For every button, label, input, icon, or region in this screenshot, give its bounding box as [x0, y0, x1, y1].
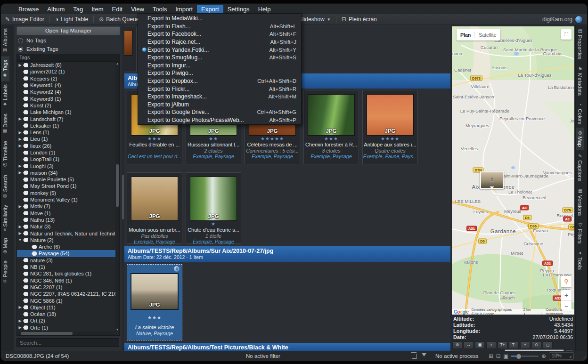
tag-tree-item[interactable]: Keyword2 (4) [17, 89, 115, 95]
export-menu-item[interactable]: Export to MediaWiki... [138, 15, 301, 23]
tag-tree-item[interactable]: ▶ Lieu (1) [17, 136, 115, 142]
export-menu-item[interactable]: Export to Yandex.Fotki... Alt+Shift+Y [138, 46, 301, 54]
tag-tree-item[interactable]: Leksaker (1) [17, 122, 115, 129]
scrollbar-handle[interactable] [116, 164, 119, 207]
existing-tags-radio[interactable]: Existing Tags [18, 46, 58, 52]
map-fullscreen-button[interactable]: ⛶ [561, 29, 572, 40]
thumbnail-card[interactable]: JPG ★★★★ Antilope aux sabres i... Quatre… [362, 90, 418, 164]
tag-tree-item[interactable]: Lake Michigan (1) [17, 109, 115, 115]
zoom-slider[interactable] [511, 356, 539, 357]
no-tags-radio[interactable]: No Tags [18, 37, 46, 44]
menubar-item[interactable]: Edit [107, 5, 126, 14]
tag-tree-item[interactable]: Kunst (2) [17, 102, 115, 109]
tag-tree-item[interactable]: NGC 5866 (1) [17, 297, 115, 304]
expander-arrow-icon[interactable]: ▶ [18, 170, 22, 175]
thumbnail-card[interactable]: JPG Mouton sous un arbr... Pas détoiles … [127, 172, 182, 244]
menubar-item[interactable]: View [127, 5, 148, 14]
map-satellite-button[interactable]: Satellite [475, 32, 500, 38]
zoom-percent-combo[interactable]: 10% ▼ [549, 352, 574, 360]
tag-tree-item[interactable]: Arche (6) [17, 243, 115, 250]
export-menu-item[interactable]: Export to Dropbox... Ctrl+Alt+Shift+D [138, 77, 301, 85]
export-menu-item[interactable]: Export to Piwigo... [138, 69, 301, 77]
tag-tree-item[interactable]: ▶ lieux (26) [17, 143, 115, 149]
left-sidebar-tab[interactable]: ◷ Timeline [1, 138, 9, 171]
right-sidebar-tab[interactable]: ✦ Tools [576, 247, 584, 273]
menubar-item[interactable]: Tag [69, 5, 87, 14]
tag-tree-item[interactable]: ▶ Lens (1) [17, 129, 115, 136]
expander-arrow-icon[interactable]: ▶ [18, 130, 22, 135]
left-sidebar-tab[interactable]: ★ Labels [1, 81, 9, 110]
thumbnail-card[interactable]: JPG ★ Chute d'eau fleurie s... 1 étoile … [186, 172, 241, 244]
map-view[interactable]: Cabrières-d'AiguesCucuronSaint-Martin-de… [452, 26, 574, 315]
resize-grip[interactable] [581, 355, 586, 360]
map-tool-button[interactable]: T- [509, 341, 519, 349]
tag-tree-item[interactable]: nature (3) [17, 257, 115, 264]
left-sidebar-tab[interactable]: ▦ Dates [1, 110, 9, 138]
tag-tree-item[interactable]: NGC 281, bok globules (1) [17, 270, 115, 277]
expander-arrow-icon[interactable]: ▶ [18, 231, 22, 235]
tag-tree-item[interactable]: Nathu (13) [17, 217, 115, 223]
tag-tree-item[interactable]: monkey (5) [17, 190, 115, 196]
map-terms-link[interactable]: Conditions d'utilisation [546, 307, 572, 315]
export-menu-item[interactable]: Export to Google Drive... Ctrl+Alt+Shift… [138, 108, 301, 116]
left-sidebar-tab[interactable]: ⊕ Map [1, 235, 9, 257]
tag-tree-item[interactable]: janvier2012 (1) [17, 68, 115, 75]
map-plan-button[interactable]: Plan [457, 32, 475, 38]
tag-tree-item[interactable]: Keyword3 (1) [17, 95, 115, 102]
tag-tree-item[interactable]: ▶ Landschaft (7) [17, 115, 115, 122]
tag-tree-item[interactable]: NGC 346, N66 (1) [17, 277, 115, 284]
zoom-expand-icon[interactable]: ⊕ [541, 353, 546, 359]
tag-tree-item[interactable]: Mamie Paulette (5) [17, 176, 115, 183]
tag-tree-item[interactable]: Monument Valley (1) [17, 196, 115, 203]
tags-horizontal-scrollbar[interactable] [17, 332, 115, 335]
tag-tree-item[interactable]: London (1) [17, 149, 115, 156]
export-menu-item[interactable]: Export to Imageshack... Alt+Shift+M [138, 93, 301, 101]
menubar-item[interactable]: Browse [14, 5, 43, 14]
open-tag-manager-button[interactable]: Open Tag Manager [16, 26, 120, 35]
right-sidebar-tab[interactable]: ◔ Colors [576, 99, 584, 128]
tag-tree-item[interactable]: ▶ Natur und Technik, Natur und Technil [17, 230, 115, 236]
tag-tree-item[interactable]: Keepers (2) [17, 75, 115, 82]
expander-arrow-icon[interactable]: ▶ [18, 319, 22, 323]
export-menu-item[interactable]: Export to Google Photos/PicasaWeb... Alt… [138, 116, 301, 124]
filter-funnel-icon[interactable] [422, 353, 426, 359]
menubar-item[interactable]: Import [171, 5, 197, 14]
tag-tree-item[interactable]: Move (1) [17, 210, 115, 217]
thumbnail-card-partial[interactable]: Bryc Bl [124, 27, 137, 72]
left-sidebar-tab[interactable]: ◎ Search [1, 171, 9, 202]
export-menu-item[interactable]: Export to Imgur... [138, 62, 301, 70]
right-sidebar-tab[interactable]: ▤ Properties [576, 25, 584, 63]
zoom-fit-icon[interactable]: ⊡ [496, 353, 501, 359]
fullscreen-button[interactable]: ⊡ Plein écran [337, 14, 381, 24]
tag-tree-item[interactable]: ▶ Ort (2) [17, 317, 115, 324]
pegman-control[interactable]: ⚲ [561, 276, 572, 287]
tag-tree-item[interactable]: ▶ Natur (3) [17, 223, 115, 230]
export-menu-item[interactable]: Export to Rajce.net... Alt+Shift+J [138, 38, 301, 46]
slider-knob[interactable] [516, 354, 522, 359]
expander-arrow-icon[interactable]: ▶ [18, 63, 22, 67]
left-sidebar-tab[interactable]: ≈ Similarity [1, 202, 9, 234]
menubar-item[interactable]: Tools [148, 5, 171, 14]
left-sidebar-tab[interactable]: ▤ Albums [1, 25, 9, 57]
zoom-100-icon[interactable]: ▣ [503, 353, 508, 359]
left-sidebar-tab[interactable]: ☺ People [1, 257, 9, 287]
export-menu-item[interactable]: Export to Facebook... Alt+Shift+F [138, 30, 301, 38]
tag-tree-item[interactable]: ▶ maison (34) [17, 170, 115, 176]
thumbnail-card-selected[interactable]: ⊕ JPG ★★★ La sainte victoire Nature, Pay… [127, 264, 182, 340]
expander-arrow-icon[interactable]: ▼ [18, 238, 22, 242]
zoom-in-button[interactable]: + [561, 290, 572, 301]
tag-tree-item[interactable]: Keyword1 (4) [17, 82, 115, 89]
export-menu-item[interactable]: Export to Flash... Alt+Shift+L [138, 23, 301, 31]
left-sidebar-tab[interactable]: ◈ Tags [1, 57, 9, 81]
scrollbar-handle[interactable] [122, 175, 124, 219]
menubar-item[interactable]: Album [43, 5, 69, 14]
image-editor-button[interactable]: ✎ Image Editor [1, 14, 49, 24]
thumbnail-card[interactable]: JPG ★★★ Chemin forestier à R... 3 étoile… [303, 90, 359, 164]
scroll-up-arrow[interactable]: ▲ [115, 62, 119, 65]
tag-tree-item[interactable]: Océan (18) [17, 311, 115, 317]
map-tool-button[interactable]: ▣ [475, 341, 485, 349]
tag-tree-item[interactable]: ▶ Motiv (7) [17, 203, 115, 210]
map-tool-button[interactable]: ⊙ [531, 341, 541, 349]
menubar-item[interactable]: Help [254, 5, 275, 14]
expander-arrow-icon[interactable]: ▶ [18, 117, 22, 121]
